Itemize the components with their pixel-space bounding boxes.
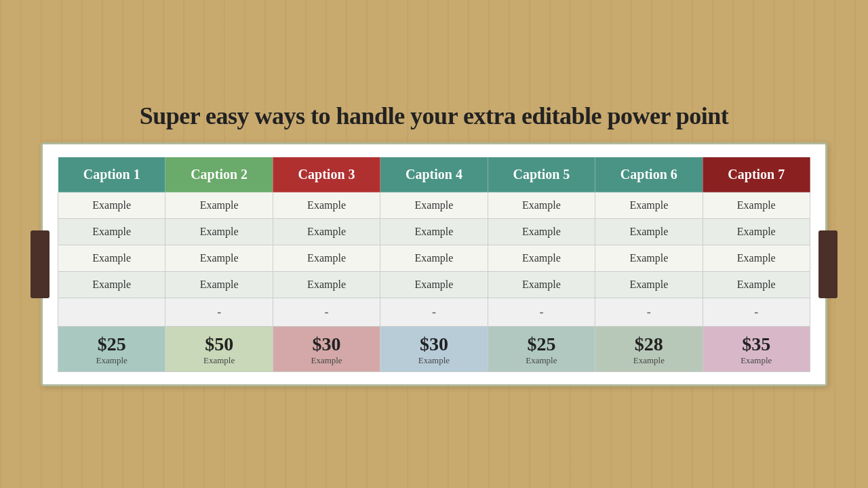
cell-r3-c5: Example [488,245,595,272]
cell-r4-c4: Example [380,272,488,298]
column-header-4: Caption 4 [380,157,488,192]
price-cell-1: $25Example [58,327,165,372]
cell-r4-c7: Example [703,272,810,298]
price-label: Example [599,355,698,366]
column-header-5: Caption 5 [488,157,595,192]
header-row: Caption 1Caption 2Caption 3Caption 4Capt… [58,157,810,192]
cell-r3-c3: Example [273,245,380,272]
price-label: Example [492,355,591,366]
dash-cell-6: - [595,298,703,327]
column-header-3: Caption 3 [273,157,380,192]
example-row: ExampleExampleExampleExampleExampleExamp… [58,245,810,272]
dash-cell-1 [58,298,165,327]
price-label: Example [707,355,806,366]
dash-cell-4: - [380,298,488,327]
cell-r2-c7: Example [703,219,810,245]
price-amount: $35 [707,333,806,355]
price-amount: $25 [62,333,161,355]
cell-r2-c5: Example [488,219,595,245]
dash-cell-7: - [703,298,810,327]
cell-r3-c4: Example [380,245,488,272]
price-amount: $30 [384,333,483,355]
price-cell-7: $35Example [703,327,810,372]
price-cell-3: $30Example [273,327,380,372]
cell-r1-c5: Example [488,192,595,219]
price-cell-6: $28Example [595,327,703,372]
cell-r3-c2: Example [165,245,273,272]
cell-r1-c6: Example [595,192,703,219]
table-container: Caption 1Caption 2Caption 3Caption 4Capt… [41,142,827,386]
cell-r1-c2: Example [165,192,273,219]
price-row: $25Example$50Example$30Example$30Example… [58,327,810,372]
cell-r1-c7: Example [703,192,810,219]
cell-r2-c6: Example [595,219,703,245]
price-label: Example [170,355,268,366]
price-label: Example [277,355,376,366]
pricing-table: Caption 1Caption 2Caption 3Caption 4Capt… [58,157,810,372]
cell-r4-c6: Example [595,272,703,298]
cell-r3-c1: Example [58,245,165,272]
column-header-6: Caption 6 [595,157,703,192]
dash-row: ------ [58,298,810,327]
dash-cell-3: - [273,298,380,327]
cell-r1-c4: Example [380,192,488,219]
price-amount: $28 [599,333,698,355]
dash-cell-2: - [165,298,273,327]
page-title: Super easy ways to handle your extra edi… [140,102,729,130]
cell-r2-c3: Example [273,219,380,245]
cell-r4-c3: Example [273,272,380,298]
example-row: ExampleExampleExampleExampleExampleExamp… [58,192,810,219]
cell-r4-c2: Example [165,272,273,298]
cell-r1-c3: Example [273,192,380,219]
example-row: ExampleExampleExampleExampleExampleExamp… [58,272,810,298]
price-label: Example [62,355,161,366]
cell-r1-c1: Example [58,192,165,219]
cell-r2-c2: Example [165,219,273,245]
column-header-7: Caption 7 [703,157,810,192]
cell-r4-c5: Example [488,272,595,298]
price-amount: $30 [277,333,376,355]
price-cell-5: $25Example [488,327,595,372]
column-header-1: Caption 1 [58,157,165,192]
price-amount: $25 [492,333,591,355]
column-header-2: Caption 2 [165,157,273,192]
price-cell-4: $30Example [380,327,488,372]
price-label: Example [384,355,483,366]
cell-r4-c1: Example [58,272,165,298]
price-amount: $50 [170,333,268,355]
cell-r3-c7: Example [703,245,810,272]
cell-r2-c4: Example [380,219,488,245]
example-row: ExampleExampleExampleExampleExampleExamp… [58,219,810,245]
price-cell-2: $50Example [165,327,273,372]
cell-r3-c6: Example [595,245,703,272]
dash-cell-5: - [488,298,595,327]
cell-r2-c1: Example [58,219,165,245]
